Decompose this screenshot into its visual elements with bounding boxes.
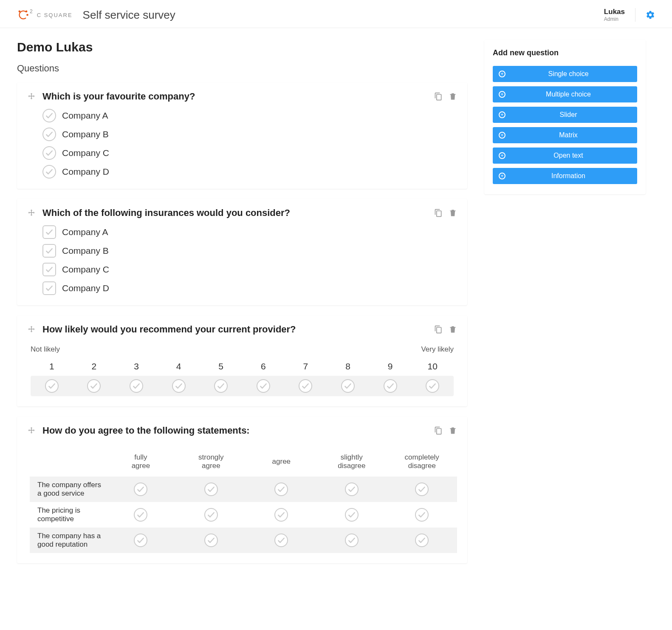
matrix-col-header: completelydisagree [387,451,457,477]
drag-handle-icon[interactable] [27,209,36,217]
add-button-label: Information [505,172,631,180]
option-check[interactable] [42,225,56,239]
plus-icon: + [499,71,505,77]
slider-tick[interactable] [130,379,143,393]
page-title: Demo Lukas [17,40,467,54]
matrix-col-header: fullyagree [106,451,176,477]
slider-tick[interactable] [384,379,397,393]
slider-tick[interactable] [87,379,101,393]
slider-tick[interactable] [214,379,228,393]
matrix-cell[interactable] [204,482,218,496]
add-open-text-button[interactable]: + Open text [493,148,637,164]
option-row: Company C [42,146,457,160]
slider-tick[interactable] [45,379,59,393]
option-label: Company C [62,264,109,275]
matrix-row-label: The company has a good reputation [30,528,106,553]
matrix-cell[interactable] [415,534,429,547]
option-check[interactable] [42,128,56,141]
matrix-cell[interactable] [274,534,288,547]
slider-tick[interactable] [426,379,439,393]
user-group: Lukas Admin [604,8,655,23]
question-card: How do you agree to the following statem… [17,417,467,563]
option-row: Company D [42,281,457,295]
option-label: Company D [62,283,109,293]
slider-tick[interactable] [299,379,312,393]
slider-tick[interactable] [257,379,270,393]
copy-icon[interactable] [434,426,443,435]
option-check[interactable] [42,109,56,122]
add-information-button[interactable]: + Information [493,168,637,184]
trash-icon[interactable] [449,92,457,101]
matrix-cell[interactable] [134,482,147,496]
section-label: Questions [17,63,467,74]
matrix-cell[interactable] [345,508,359,522]
copy-icon[interactable] [434,92,443,101]
add-single-choice-button[interactable]: + Single choice [493,66,637,82]
question-title[interactable]: Which is your favourite company? [42,91,427,102]
question-title[interactable]: How likely would you recommend your curr… [42,324,427,335]
slider-low-label: Not likely [31,345,60,354]
add-button-label: Matrix [505,131,631,139]
plus-icon: + [499,111,505,118]
matrix-cell[interactable] [274,482,288,496]
option-row: Company D [42,165,457,179]
trash-icon[interactable] [449,325,457,334]
matrix-cell[interactable] [415,508,429,522]
add-matrix-button[interactable]: + Matrix [493,127,637,143]
add-question-panel: Add new question + Single choice + Multi… [484,40,646,194]
copy-icon[interactable] [434,325,443,334]
matrix-cell[interactable] [274,508,288,522]
logo-sup: 2 [30,9,33,14]
add-slider-button[interactable]: + Slider [493,107,637,123]
slider-num: 9 [369,361,412,372]
matrix-cell[interactable] [345,534,359,547]
matrix-row-label: The company offers a good service [30,477,106,502]
plus-icon: + [499,132,505,139]
slider-num: 4 [158,361,200,372]
matrix-cell[interactable] [134,508,147,522]
slider-num: 2 [73,361,116,372]
option-label: Company C [62,148,109,158]
slider-num: 3 [115,361,158,372]
matrix-col-header: agree [246,451,316,477]
logo-text: C SQUARE [37,12,73,18]
matrix-cell[interactable] [134,534,147,547]
questions-column: Demo Lukas Questions Which is your favou… [17,40,467,573]
trash-icon[interactable] [449,209,457,217]
question-title[interactable]: Which of the following insurances would … [42,207,427,219]
option-check[interactable] [42,165,56,179]
user-block[interactable]: Lukas Admin [604,8,625,23]
matrix-cell[interactable] [415,482,429,496]
svg-point-2 [27,14,28,15]
drag-handle-icon[interactable] [27,325,36,334]
matrix-cell[interactable] [204,508,218,522]
slider-tick[interactable] [341,379,355,393]
matrix-cell[interactable] [204,534,218,547]
logo[interactable]: 2 C SQUARE [17,9,73,21]
add-button-label: Multiple choice [505,91,631,98]
trash-icon[interactable] [449,426,457,435]
add-button-label: Open text [505,152,631,159]
app-title: Self service survey [83,9,175,22]
slider-num: 6 [242,361,285,372]
slider-num: 5 [200,361,242,372]
option-check[interactable] [42,244,56,258]
add-button-label: Single choice [505,70,631,78]
matrix-cell[interactable] [345,482,359,496]
drag-handle-icon[interactable] [27,92,36,101]
option-check[interactable] [42,281,56,295]
drag-handle-icon[interactable] [27,426,36,435]
question-card: How likely would you recommend your curr… [17,315,467,406]
slider-tick[interactable] [172,379,186,393]
option-check[interactable] [42,146,56,160]
gear-icon[interactable] [646,10,655,20]
question-title[interactable]: How do you agree to the following statem… [42,425,427,436]
question-card: Which of the following insurances would … [17,199,467,305]
svg-point-1 [26,11,27,12]
matrix-col-header: slightlydisagree [316,451,387,477]
add-multiple-choice-button[interactable]: + Multiple choice [493,86,637,102]
matrix-row: The company offers a good service [30,477,457,502]
option-check[interactable] [42,263,56,276]
option-row: Company B [42,128,457,141]
copy-icon[interactable] [434,209,443,217]
